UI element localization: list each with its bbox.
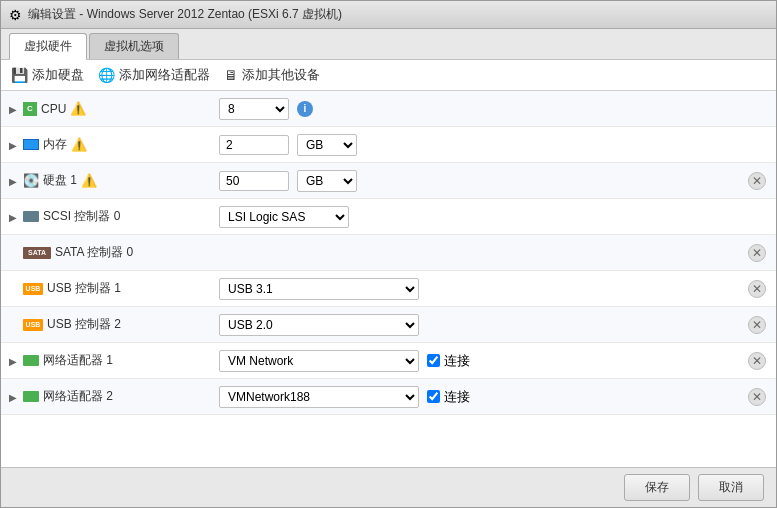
- cancel-button[interactable]: 取消: [698, 474, 764, 501]
- net2-label: 网络适配器 2: [43, 388, 113, 405]
- usb1-row: USB USB 控制器 1 USB 3.1 USB 2.0 USB 3.0 ✕: [1, 271, 776, 307]
- net1-expand[interactable]: ▶: [9, 356, 19, 366]
- net2-icon: [23, 391, 39, 402]
- net2-connect-text: 连接: [444, 388, 470, 406]
- tab-virtual-hardware[interactable]: 虚拟硬件: [9, 33, 87, 60]
- monitor-icon: 🖥: [224, 67, 238, 83]
- usb2-controls: USB 2.0 USB 3.0 USB 3.1: [211, 314, 748, 336]
- cpu-device-name: ▶ C CPU ⚠️: [1, 101, 211, 116]
- net2-remove-button[interactable]: ✕: [748, 388, 766, 406]
- sata0-remove-button[interactable]: ✕: [748, 244, 766, 262]
- sata0-icon: SATA: [23, 247, 51, 259]
- disk1-label: 硬盘 1: [43, 172, 77, 189]
- device-list: ▶ C CPU ⚠️ 8 1 2 4 16 i ▶ 内存: [1, 91, 776, 467]
- add-disk-button[interactable]: 💾 添加硬盘: [11, 66, 84, 84]
- save-button[interactable]: 保存: [624, 474, 690, 501]
- usb1-controls: USB 3.1 USB 2.0 USB 3.0: [211, 278, 748, 300]
- cpu-info-icon[interactable]: i: [297, 101, 313, 117]
- net1-controls: VM Network VMNetwork188 连接: [211, 350, 748, 372]
- net2-expand[interactable]: ▶: [9, 392, 19, 402]
- net2-controls: VMNetwork188 VM Network 连接: [211, 386, 748, 408]
- net1-remove-button[interactable]: ✕: [748, 352, 766, 370]
- tab-vm-options[interactable]: 虚拟机选项: [89, 33, 179, 59]
- scsi0-row: ▶ SCSI 控制器 0 LSI Logic SAS LSI Logic Par…: [1, 199, 776, 235]
- edit-settings-window: ⚙ 编辑设置 - Windows Server 2012 Zentao (ESX…: [0, 0, 777, 508]
- net1-row: ▶ 网络适配器 1 VM Network VMNetwork188 连接 ✕: [1, 343, 776, 379]
- disk1-controls: GB MB: [211, 170, 748, 192]
- scsi0-label: SCSI 控制器 0: [43, 208, 120, 225]
- memory-value-input[interactable]: [219, 135, 289, 155]
- disk1-remove-button[interactable]: ✕: [748, 172, 766, 190]
- add-network-label: 添加网络适配器: [119, 66, 210, 84]
- scsi0-type-select[interactable]: LSI Logic SAS LSI Logic Parallel VMware …: [219, 206, 349, 228]
- usb2-device-name: USB USB 控制器 2: [1, 316, 211, 333]
- memory-icon: [23, 139, 39, 150]
- disk1-expand[interactable]: ▶: [9, 176, 19, 186]
- usb2-row: USB USB 控制器 2 USB 2.0 USB 3.0 USB 3.1 ✕: [1, 307, 776, 343]
- net2-connect-checkbox[interactable]: [427, 390, 440, 403]
- cpu-controls: 8 1 2 4 16 i: [211, 98, 776, 120]
- scsi0-expand[interactable]: ▶: [9, 212, 19, 222]
- disk1-device-name: ▶ 💽 硬盘 1 ⚠️: [1, 172, 211, 189]
- sata0-label: SATA 控制器 0: [55, 244, 133, 261]
- net2-device-name: ▶ 网络适配器 2: [1, 388, 211, 405]
- net1-icon: [23, 355, 39, 366]
- cpu-icon: C: [23, 102, 37, 116]
- title-bar: ⚙ 编辑设置 - Windows Server 2012 Zentao (ESX…: [1, 1, 776, 29]
- add-disk-label: 添加硬盘: [32, 66, 84, 84]
- memory-controls: GB MB: [211, 134, 776, 156]
- usb1-icon: USB: [23, 283, 43, 295]
- net1-label: 网络适配器 1: [43, 352, 113, 369]
- disk1-unit-select[interactable]: GB MB: [297, 170, 357, 192]
- usb1-remove-button[interactable]: ✕: [748, 280, 766, 298]
- network-add-icon: 🌐: [98, 67, 115, 83]
- usb2-label: USB 控制器 2: [47, 316, 121, 333]
- net1-connect-label: 连接: [427, 352, 470, 370]
- add-network-button[interactable]: 🌐 添加网络适配器: [98, 66, 210, 84]
- toolbar: 💾 添加硬盘 🌐 添加网络适配器 🖥 添加其他设备: [1, 60, 776, 91]
- memory-expand[interactable]: ▶: [9, 140, 19, 150]
- cpu-expand[interactable]: ▶: [9, 104, 19, 114]
- net1-connect-checkbox[interactable]: [427, 354, 440, 367]
- window-icon: ⚙: [9, 7, 22, 23]
- scsi0-device-name: ▶ SCSI 控制器 0: [1, 208, 211, 225]
- add-other-button[interactable]: 🖥 添加其他设备: [224, 66, 320, 84]
- memory-unit-select[interactable]: GB MB: [297, 134, 357, 156]
- disk1-value-input[interactable]: [219, 171, 289, 191]
- window-title: 编辑设置 - Windows Server 2012 Zentao (ESXi …: [28, 6, 342, 23]
- memory-device-name: ▶ 内存 ⚠️: [1, 136, 211, 153]
- net1-network-select[interactable]: VM Network VMNetwork188: [219, 350, 419, 372]
- sata0-row: SATA SATA 控制器 0 ✕: [1, 235, 776, 271]
- disk-icon: 💾: [11, 67, 28, 83]
- usb2-type-select[interactable]: USB 2.0 USB 3.0 USB 3.1: [219, 314, 419, 336]
- cpu-row: ▶ C CPU ⚠️ 8 1 2 4 16 i: [1, 91, 776, 127]
- disk1-row: ▶ 💽 硬盘 1 ⚠️ GB MB ✕: [1, 163, 776, 199]
- add-other-label: 添加其他设备: [242, 66, 320, 84]
- tabs-bar: 虚拟硬件 虚拟机选项: [1, 29, 776, 60]
- memory-warn-icon: ⚠️: [71, 137, 87, 152]
- sata0-device-name: SATA SATA 控制器 0: [1, 244, 211, 261]
- usb1-label: USB 控制器 1: [47, 280, 121, 297]
- net2-network-select[interactable]: VMNetwork188 VM Network: [219, 386, 419, 408]
- memory-label: 内存: [43, 136, 67, 153]
- usb1-type-select[interactable]: USB 3.1 USB 2.0 USB 3.0: [219, 278, 419, 300]
- usb2-remove-button[interactable]: ✕: [748, 316, 766, 334]
- disk1-warn-icon: ⚠️: [81, 173, 97, 188]
- footer: 保存 取消: [1, 467, 776, 507]
- cpu-warn-icon: ⚠️: [70, 101, 86, 116]
- cpu-label: CPU: [41, 102, 66, 116]
- scsi0-controls: LSI Logic SAS LSI Logic Parallel VMware …: [211, 206, 776, 228]
- disk1-icon: 💽: [23, 173, 39, 188]
- scsi0-icon: [23, 211, 39, 222]
- net1-device-name: ▶ 网络适配器 1: [1, 352, 211, 369]
- net2-row: ▶ 网络适配器 2 VMNetwork188 VM Network 连接 ✕: [1, 379, 776, 415]
- usb1-device-name: USB USB 控制器 1: [1, 280, 211, 297]
- cpu-count-select[interactable]: 8 1 2 4 16: [219, 98, 289, 120]
- net1-connect-text: 连接: [444, 352, 470, 370]
- net2-connect-label: 连接: [427, 388, 470, 406]
- memory-row: ▶ 内存 ⚠️ GB MB: [1, 127, 776, 163]
- usb2-icon: USB: [23, 319, 43, 331]
